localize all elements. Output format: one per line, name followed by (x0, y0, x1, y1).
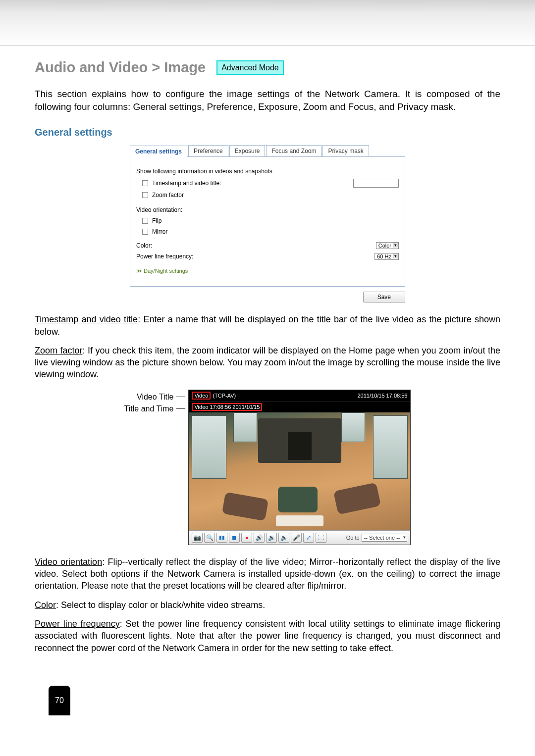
header-gradient (0, 0, 535, 46)
term-powerline: Power line frequency (35, 619, 120, 629)
daynight-disclose[interactable]: ≫ Day/Night settings (136, 268, 188, 274)
checkbox-timestamp[interactable] (142, 180, 148, 186)
player-toolbar: 📷 🔍 ▮▮ ◼ ● 🔊 🔉 🔈 🎤 ⤢ ⛶ Go to -- Select o… (189, 530, 410, 545)
callout-title-time: Title and Time (124, 404, 174, 413)
volume-down-button[interactable]: 🔉 (266, 533, 277, 543)
video-title-input[interactable] (353, 179, 399, 188)
checkbox-zoom-factor[interactable] (142, 192, 148, 198)
extra-button-1[interactable]: ⤢ (303, 533, 314, 543)
titlebar-timestamp: 2011/10/15 17:08:56 (358, 393, 408, 399)
para-color: Color: Select to display color or black/… (35, 599, 500, 611)
term-zoom: Zoom factor (35, 346, 82, 355)
checkbox-flip[interactable] (142, 218, 148, 224)
player-osdbar: Video 17:08:56 2011/10/15 (189, 401, 410, 412)
save-button[interactable]: Save (363, 292, 405, 302)
intro-paragraph: This section explains how to configure t… (35, 88, 500, 113)
page-number-badge: 70 (49, 686, 70, 715)
flip-label: Flip (152, 217, 161, 224)
tab-privacy-mask[interactable]: Privacy mask (322, 145, 369, 156)
connector-line (176, 408, 185, 409)
para-zoom: Zoom factor: If you check this item, the… (35, 345, 500, 381)
volume-up-button[interactable]: 🔊 (254, 533, 265, 543)
goto-select[interactable]: -- Select one -- (362, 534, 408, 542)
checkbox-mirror[interactable] (142, 229, 148, 235)
player-viewport (189, 412, 410, 530)
tab-preference[interactable]: Preference (188, 145, 228, 156)
mic-button[interactable]: 🎤 (291, 533, 302, 543)
zoom-button[interactable]: 🔍 (204, 533, 215, 543)
term-color: Color (35, 600, 56, 610)
timestamp-label: Timestamp and video title: (152, 180, 221, 187)
stop-button[interactable]: ◼ (229, 533, 240, 543)
zoom-factor-label: Zoom factor (152, 192, 184, 199)
powerline-label: Power line frequency: (136, 253, 265, 260)
powerline-select[interactable]: 60 Hz (374, 253, 399, 260)
osd-text-box: Video 17:08:56 2011/10/15 (192, 403, 262, 411)
title-row: Audio and Video > Image Advanced Mode (35, 59, 500, 76)
show-info-heading: Show following information in videos and… (136, 168, 399, 175)
callout-video-title: Video Title (137, 393, 173, 402)
para-orientation: Video orientation: Flip--vertically refl… (35, 556, 500, 592)
video-player: Video (TCP-AV) 2011/10/15 17:08:56 Video… (188, 390, 411, 545)
para-powerline: Power line frequency: Set the power line… (35, 618, 500, 654)
titlebar-video-box: Video (192, 392, 211, 400)
tab-focus-zoom[interactable]: Focus and Zoom (266, 145, 321, 156)
mode-badge: Advanced Mode (216, 60, 284, 75)
record-button[interactable]: ● (241, 533, 252, 543)
titlebar-protocol: (TCP-AV) (213, 393, 236, 399)
video-orientation-heading: Video orientation: (136, 206, 399, 213)
speaker-button[interactable]: 🔈 (278, 533, 289, 543)
color-label: Color: (136, 242, 265, 249)
settings-panel: General settings Preference Exposure Foc… (130, 145, 405, 302)
fullscreen-button[interactable]: ⛶ (316, 533, 326, 543)
page-title: Audio and Video > Image (35, 59, 206, 76)
tab-row: General settings Preference Exposure Foc… (130, 145, 405, 157)
tab-general-settings[interactable]: General settings (130, 146, 187, 157)
snapshot-button[interactable]: 📷 (192, 533, 203, 543)
section-heading-general: General settings (35, 127, 500, 138)
mirror-label: Mirror (152, 228, 167, 235)
color-select[interactable]: Color (376, 242, 399, 249)
term-timestamp: Timestamp and video title (35, 314, 138, 324)
player-titlebar: Video (TCP-AV) 2011/10/15 17:08:56 (189, 390, 410, 401)
connector-line (176, 397, 185, 397)
pause-button[interactable]: ▮▮ (216, 533, 227, 543)
term-orientation: Video orientation (35, 557, 102, 567)
goto-label: Go to (346, 535, 360, 541)
video-figure: Video Title Title and Time Video (TCP-AV… (124, 390, 411, 545)
para-timestamp: Timestamp and video title: Enter a name … (35, 313, 500, 338)
tab-exposure[interactable]: Exposure (229, 145, 266, 156)
